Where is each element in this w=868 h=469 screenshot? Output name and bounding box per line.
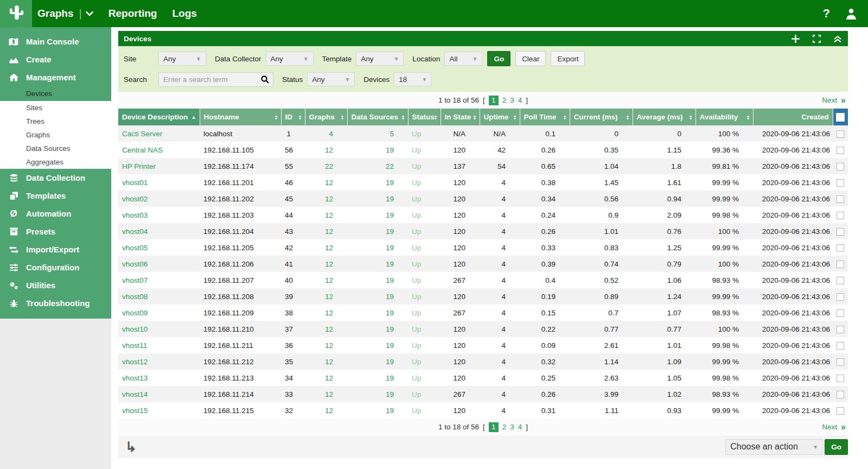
column-header-graphs[interactable]: Graphs▲▼ [305,109,347,125]
device-link[interactable]: vhost10 [118,321,200,337]
fullscreen-icon[interactable] [813,35,821,43]
cacti-logo[interactable] [0,0,32,27]
device-link[interactable]: vhost13 [118,370,200,386]
row-checkbox[interactable] [837,261,844,268]
device-link[interactable]: vhost15 [118,402,200,419]
column-header-availability[interactable]: Availability▲▼ [695,109,753,125]
row-checkbox[interactable] [837,147,844,154]
graphs-link[interactable]: 12 [305,191,347,207]
row-checkbox[interactable] [837,309,844,317]
graphs-link[interactable]: 12 [305,239,347,256]
device-link[interactable]: vhost09 [118,305,200,321]
row-checkbox[interactable] [837,358,844,366]
add-device-icon[interactable] [792,35,800,43]
graphs-link[interactable]: 12 [305,174,347,191]
column-header-current-ms[interactable]: Current (ms)▲▼ [570,109,633,125]
action-go-button[interactable]: Go [825,439,848,455]
row-checkbox[interactable] [837,244,844,252]
page-link-2[interactable]: 2 [502,423,507,431]
data-collector-dropdown[interactable]: Any▼ [266,52,314,66]
data-sources-link[interactable]: 19 [347,207,408,223]
device-link[interactable]: Central NAS [118,142,200,158]
row-checkbox[interactable] [837,212,844,219]
sidebar-subitem-data-sources[interactable]: Data Sources [0,142,111,155]
device-link[interactable]: vhost06 [118,256,200,272]
data-sources-link[interactable]: 19 [347,321,408,337]
graphs-link[interactable]: 12 [305,207,347,223]
data-sources-link[interactable]: 19 [347,305,408,321]
tab-reporting[interactable]: Reporting [107,0,158,27]
next-page-link[interactable]: Next» [822,92,846,109]
graphs-link[interactable]: 12 [305,353,347,370]
data-sources-link[interactable]: 19 [347,402,408,419]
device-link[interactable]: vhost01 [118,174,200,191]
sidebar-item-main-console[interactable]: Main Console [0,33,111,50]
sidebar-item-configuration[interactable]: Configuration [0,258,111,276]
device-link[interactable]: vhost02 [118,191,200,207]
search-input[interactable] [159,75,261,84]
chevron-down-icon[interactable] [86,11,93,16]
row-checkbox[interactable] [837,130,844,138]
column-header-poll-time[interactable]: Poll Time▲▼ [520,109,570,125]
page-link-1[interactable]: 1 [489,422,499,432]
device-link[interactable]: vhost04 [118,223,200,239]
column-header-hostname[interactable]: Hostname▲▼ [200,109,281,125]
column-header-in-state[interactable]: In State▲▼ [441,109,480,125]
site-dropdown[interactable]: Any▼ [158,52,206,66]
graphs-link[interactable]: 4 [305,125,347,142]
collapse-panel-icon[interactable] [834,35,841,42]
device-link[interactable]: vhost05 [118,239,200,256]
column-header-uptime[interactable]: Uptime▲▼ [480,109,520,125]
data-sources-link[interactable]: 19 [347,272,408,288]
export-button[interactable]: Export [551,51,585,66]
page-link-3[interactable]: 3 [510,96,514,104]
graphs-link[interactable]: 12 [305,223,347,239]
row-checkbox[interactable] [837,407,844,415]
data-sources-link[interactable]: 19 [347,337,408,353]
column-header-status[interactable]: Status▲▼ [408,109,441,125]
page-link-1[interactable]: 1 [489,96,499,105]
go-button[interactable]: Go [487,51,510,66]
column-header-data-sources[interactable]: Data Sources▲▼ [347,109,408,125]
sidebar-item-troubleshooting[interactable]: Troubleshooting [0,294,111,312]
graphs-link[interactable]: 22 [305,158,347,174]
data-sources-link[interactable]: 19 [347,174,408,191]
sidebar-item-create[interactable]: Create [0,50,111,68]
graphs-link[interactable]: 12 [305,321,347,337]
device-link[interactable]: HP Printer [118,158,200,174]
tab-graphs[interactable]: Graphs | [36,0,94,27]
sidebar-subitem-graphs[interactable]: Graphs [0,128,111,142]
template-dropdown[interactable]: Any▼ [356,52,404,66]
row-checkbox[interactable] [837,326,844,333]
sidebar-subitem-sites[interactable]: Sites [0,101,111,115]
column-header-average-ms[interactable]: Average (ms)▲▼ [633,109,695,125]
sidebar-subitem-devices[interactable]: Devices [0,86,111,101]
page-link-4[interactable]: 4 [518,423,522,431]
data-sources-link[interactable]: 22 [347,158,408,174]
row-checkbox[interactable] [837,179,844,187]
column-header-device-description[interactable]: Device Description▲ [118,109,200,125]
device-link[interactable]: vhost12 [118,353,200,370]
location-dropdown[interactable]: All▼ [444,52,482,66]
search-icon[interactable] [261,75,269,84]
sidebar-item-presets[interactable]: Presets [0,223,111,240]
row-checkbox[interactable] [837,375,844,382]
sidebar-subitem-trees[interactable]: Trees [0,115,111,128]
device-link[interactable]: vhost14 [118,386,200,402]
devices-count-dropdown[interactable]: 18▼ [394,72,432,86]
user-icon[interactable] [845,8,857,20]
row-checkbox[interactable] [837,342,844,350]
device-link[interactable]: vhost11 [118,337,200,353]
data-sources-link[interactable]: 19 [347,256,408,272]
tab-logs[interactable]: Logs [171,0,197,27]
data-sources-link[interactable]: 19 [347,223,408,239]
page-link-4[interactable]: 4 [518,96,522,104]
row-checkbox[interactable] [837,163,844,170]
sidebar-item-utilities[interactable]: Utilities [0,276,111,294]
data-sources-link[interactable]: 19 [347,386,408,402]
graphs-link[interactable]: 12 [305,337,347,353]
data-sources-link[interactable]: 19 [347,142,408,158]
graphs-link[interactable]: 12 [305,386,347,402]
graphs-link[interactable]: 12 [305,402,347,419]
row-checkbox[interactable] [837,277,844,284]
